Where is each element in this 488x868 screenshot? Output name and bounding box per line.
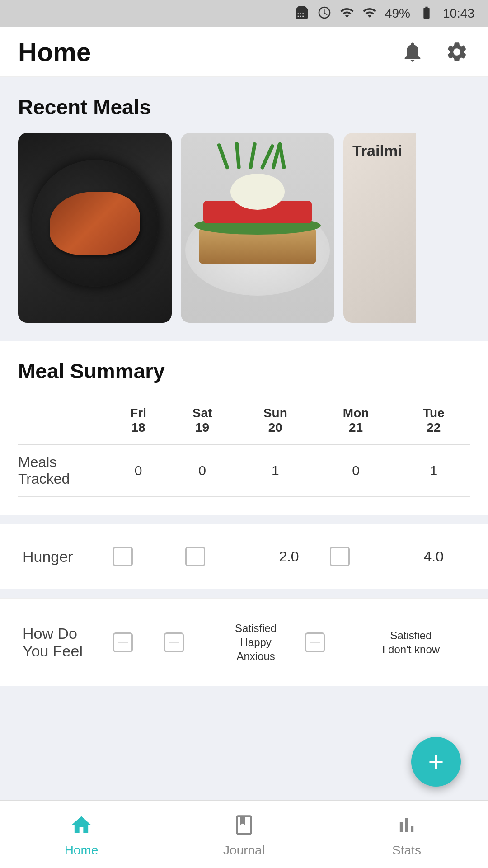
summary-col-fri: Fri 18 [108,397,168,444]
feel-sun-text: Satisfied Happy Anxious [216,621,296,664]
summary-col-tue: Tue 22 [397,397,470,444]
meal-summary-title: Meal Summary [18,359,470,383]
battery-icon [418,5,435,22]
header: Home [0,27,488,77]
feel-sat-dash [164,632,184,652]
home-icon [68,811,95,839]
feel-section: How Do You Feel Satisfied Happy Anxious … [0,598,488,686]
signal-icon [362,5,377,22]
hunger-table: Hunger 2.0 4.0 [18,538,470,576]
feel-table: How Do You Feel Satisfied Happy Anxious … [18,612,470,673]
page-title: Home [18,37,91,67]
feel-mon-dash [305,632,325,652]
notifications-button[interactable] [399,39,426,65]
section-separator [0,515,488,524]
meal-card-steak[interactable] [18,133,172,323]
header-actions [399,39,470,65]
meal-card-trailmix[interactable]: Trailmi [343,133,416,323]
feel-label: How Do You Feel [18,612,108,673]
feel-fri-dash [113,632,133,652]
recent-meals-section: Recent Meals [0,77,488,332]
summary-col-mon: Mon 21 [314,397,398,444]
feel-fri [108,612,160,673]
feel-sat [160,612,211,673]
meals-tracked-label: Meals Tracked [18,444,108,497]
hunger-section: Hunger 2.0 4.0 [0,524,488,589]
hunger-row: Hunger 2.0 4.0 [18,538,470,576]
nav-home[interactable]: Home [0,811,163,858]
trailmix-label: Trailmi [352,142,402,160]
meals-tracked-fri: 0 [108,444,168,497]
summary-col-sat: Sat 19 [168,397,236,444]
add-entry-button[interactable]: + [411,737,461,787]
meals-tracked-sat: 0 [168,444,236,497]
settings-button[interactable] [444,39,470,65]
feel-tue: Satisfied I don't know [352,612,470,673]
sandwich-herbs [212,142,303,187]
hunger-label: Hunger [18,538,108,576]
nav-home-label: Home [65,843,99,858]
hunger-tue: 4.0 [397,538,470,576]
meals-tracked-tue: 1 [397,444,470,497]
feel-row: How Do You Feel Satisfied Happy Anxious … [18,612,470,673]
hunger-sat-dash [185,547,205,566]
fab-plus-icon: + [428,748,444,775]
feel-mon [300,612,352,673]
wifi-icon [340,5,354,22]
summary-col-label [18,397,108,444]
hunger-fri-dash [113,547,133,566]
alarm-icon [317,5,332,22]
nav-journal[interactable]: Journal [163,811,325,858]
sim-card-icon [295,5,309,22]
recent-meals-title: Recent Meals [18,95,470,119]
steak-meat [50,192,140,255]
nav-journal-label: Journal [223,843,265,858]
stats-icon [393,811,420,839]
meals-tracked-mon: 0 [314,444,398,497]
section-separator-2 [0,589,488,598]
meals-tracked-row: Meals Tracked 0 0 1 0 1 [18,444,470,497]
clock: 10:43 [443,6,474,21]
summary-header-row: Fri 18 Sat 19 Sun 20 Mon 21 [18,397,470,444]
hunger-sat [181,538,253,576]
nav-stats-label: Stats [392,843,421,858]
meal-card-sandwich[interactable] [181,133,334,323]
meals-tracked-sun: 1 [236,444,314,497]
hunger-mon [325,538,398,576]
hunger-fri [108,538,181,576]
summary-table: Fri 18 Sat 19 Sun 20 Mon 21 [18,397,470,497]
bottom-navigation: Home Journal Stats [0,800,488,868]
meals-row: Trailmi [18,133,470,323]
journal-icon [230,811,258,839]
meal-summary-section: Meal Summary Fri 18 Sat 19 Sun 20 [0,341,488,515]
feel-tue-text: Satisfied I don't know [357,628,465,656]
hunger-mon-dash [330,547,350,566]
summary-col-sun: Sun 20 [236,397,314,444]
battery-percentage: 49% [385,6,410,21]
feel-sun: Satisfied Happy Anxious [211,612,301,673]
hunger-sun: 2.0 [253,538,325,576]
nav-stats[interactable]: Stats [325,811,488,858]
main-content: Recent Meals [0,77,488,845]
status-bar: 49% 10:43 [0,0,488,27]
